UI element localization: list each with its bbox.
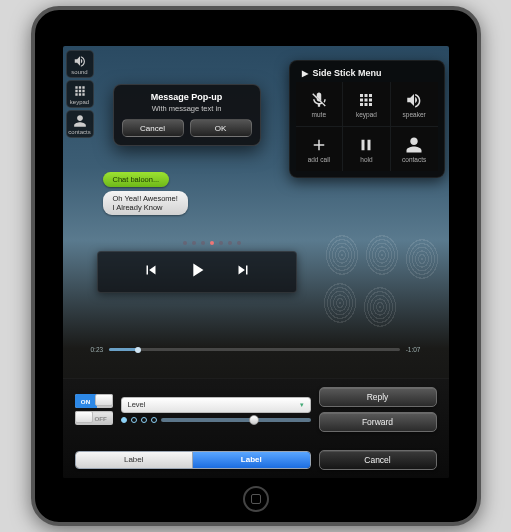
mic-off-icon bbox=[310, 91, 328, 109]
slider-track[interactable] bbox=[161, 418, 311, 422]
side-stick-menu: ▶ Side Stick Menu mute keypad speaker bbox=[289, 60, 445, 178]
media-controls bbox=[97, 251, 297, 293]
level-select[interactable]: Level ▾ bbox=[121, 397, 311, 413]
home-button[interactable] bbox=[243, 486, 269, 512]
plus-icon bbox=[310, 136, 328, 154]
side-dock-contacts-label: contacts bbox=[68, 129, 90, 135]
side-dock-keypad-label: keypad bbox=[70, 99, 89, 105]
menu-contacts[interactable]: contacts bbox=[391, 127, 438, 171]
popup-title: Message Pop-up bbox=[122, 92, 252, 102]
popup-body: With message text in bbox=[122, 104, 252, 113]
menu-hold-label: hold bbox=[360, 156, 372, 163]
menu-title: Side Stick Menu bbox=[313, 68, 382, 78]
prev-icon bbox=[142, 261, 160, 279]
chevron-right-icon: ▶ bbox=[302, 69, 308, 78]
slider-dot bbox=[131, 417, 137, 423]
select-value: Level bbox=[128, 400, 146, 409]
chat-bubble-received: Oh Yea!! Awesome! I Already Know bbox=[103, 191, 188, 215]
menu-speaker-label: speaker bbox=[403, 111, 426, 118]
fingerprint-icon bbox=[405, 238, 439, 280]
message-popup: Message Pop-up With message text in Canc… bbox=[113, 84, 261, 146]
fingerprint-icon bbox=[325, 234, 359, 276]
play-button[interactable] bbox=[186, 259, 208, 285]
side-dock-sound-label: sound bbox=[71, 69, 87, 75]
segment-a[interactable]: Label bbox=[76, 452, 194, 468]
volume-icon bbox=[73, 54, 87, 68]
menu-hold[interactable]: hold bbox=[343, 127, 390, 171]
keypad-icon bbox=[73, 84, 87, 98]
fingerprint-icon bbox=[363, 286, 397, 328]
popup-cancel-button[interactable]: Cancel bbox=[122, 119, 184, 137]
fingerprint-icon bbox=[323, 282, 357, 324]
reply-button[interactable]: Reply bbox=[319, 387, 437, 407]
popup-ok-button[interactable]: OK bbox=[190, 119, 252, 137]
menu-title-row: ▶ Side Stick Menu bbox=[296, 65, 438, 82]
ipad-device: sound keypad contacts ▶ Side Stick Menu … bbox=[31, 6, 481, 526]
time-remaining: -1:07 bbox=[406, 346, 421, 353]
chat-line-1: Oh Yea!! Awesome! bbox=[113, 194, 178, 203]
toggle-off[interactable] bbox=[75, 411, 113, 425]
menu-keypad[interactable]: keypad bbox=[343, 82, 390, 126]
side-dock-contacts[interactable]: contacts bbox=[66, 110, 94, 138]
chat-line-2: I Already Know bbox=[113, 203, 178, 212]
prev-track-button[interactable] bbox=[142, 261, 160, 283]
scrubber[interactable]: 0:23 -1:07 bbox=[91, 346, 421, 353]
chevron-down-icon: ▾ bbox=[300, 401, 304, 409]
menu-contacts-label: contacts bbox=[402, 156, 426, 163]
segmented-control: Label Label bbox=[75, 451, 311, 469]
forward-button[interactable]: Forward bbox=[319, 412, 437, 432]
play-icon bbox=[186, 259, 208, 281]
page-dots[interactable] bbox=[183, 241, 241, 245]
person-icon bbox=[405, 136, 423, 154]
person-icon bbox=[73, 114, 87, 128]
next-track-button[interactable] bbox=[234, 261, 252, 283]
segment-b[interactable]: Label bbox=[193, 452, 310, 468]
side-dock-keypad[interactable]: keypad bbox=[66, 80, 94, 108]
slider-dot bbox=[121, 417, 127, 423]
cancel-button[interactable]: Cancel bbox=[319, 450, 437, 470]
time-elapsed: 0:23 bbox=[91, 346, 104, 353]
pause-icon bbox=[357, 136, 375, 154]
toggle-on[interactable] bbox=[75, 394, 113, 408]
fingerprint-icon bbox=[365, 234, 399, 276]
menu-mute[interactable]: mute bbox=[296, 82, 343, 126]
menu-add-call[interactable]: add call bbox=[296, 127, 343, 171]
menu-mute-label: mute bbox=[312, 111, 326, 118]
side-dock: sound keypad contacts bbox=[66, 50, 94, 138]
bottom-panel: Level ▾ Reply Forward Label Label bbox=[63, 378, 449, 478]
slider-dot bbox=[151, 417, 157, 423]
volume-icon bbox=[405, 91, 423, 109]
screen: sound keypad contacts ▶ Side Stick Menu … bbox=[63, 46, 449, 478]
next-icon bbox=[234, 261, 252, 279]
slider-dot bbox=[141, 417, 147, 423]
chat-bubble-sent: Chat baloon... bbox=[103, 172, 170, 187]
menu-keypad-label: keypad bbox=[356, 111, 377, 118]
keypad-icon bbox=[357, 91, 375, 109]
menu-addcall-label: add call bbox=[308, 156, 330, 163]
scrubber-track[interactable] bbox=[109, 348, 400, 351]
slider[interactable] bbox=[121, 417, 311, 423]
menu-speaker[interactable]: speaker bbox=[391, 82, 438, 126]
side-dock-sound[interactable]: sound bbox=[66, 50, 94, 78]
